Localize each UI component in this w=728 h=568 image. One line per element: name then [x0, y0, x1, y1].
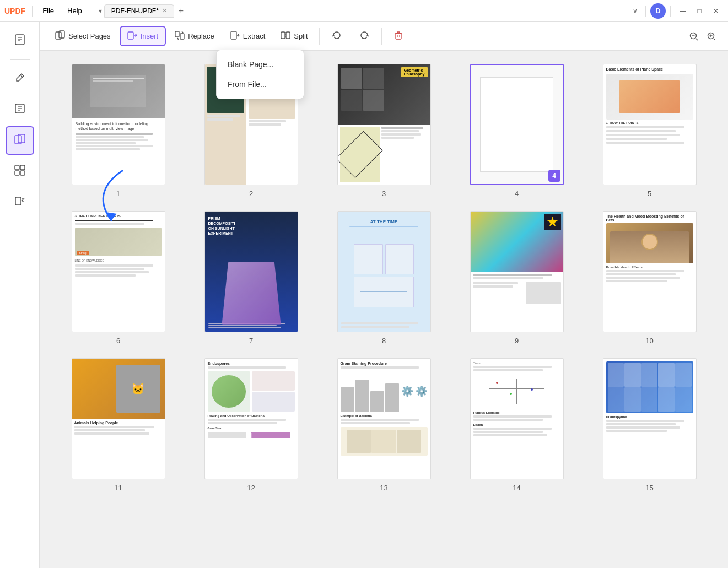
window-controls: — □ ✕	[675, 3, 724, 19]
page-item-5: Basic Elements of Plane Space 1. HOW THE…	[589, 64, 710, 198]
svg-rect-31	[396, 33, 401, 39]
page-thumb-12[interactable]: Endospores Rowing and Observation of B	[204, 358, 298, 479]
svg-rect-28	[281, 32, 285, 39]
rotate-left-icon	[331, 29, 343, 43]
rotate-right-icon	[358, 29, 370, 43]
page-item-10: The Health and Mood-Boosting Benefits of…	[589, 211, 710, 345]
menu-help[interactable]: Help	[62, 4, 88, 17]
page-thumb-13[interactable]: Gram Staining Procedure ⚙️ ⚙️	[337, 358, 431, 479]
svg-rect-18	[128, 32, 133, 39]
app-body: Select Pages Insert Replace Extract	[0, 22, 728, 568]
svg-line-40	[714, 39, 715, 40]
insert-icon	[127, 30, 137, 42]
sidebar-item-annotate[interactable]	[6, 95, 34, 124]
sidebar-item-pages[interactable]	[6, 126, 34, 155]
from-file-option[interactable]: From File...	[217, 74, 304, 94]
tab-close-button[interactable]: ✕	[162, 7, 167, 14]
svg-rect-13	[15, 171, 19, 175]
close-button[interactable]: ✕	[708, 3, 724, 19]
svg-rect-11	[15, 165, 19, 170]
page-number-13: 13	[380, 484, 387, 492]
sidebar	[0, 22, 40, 568]
tab-title: PDF-EN-UPDF*	[111, 7, 159, 15]
page-number-7: 7	[249, 337, 253, 345]
page-number-3: 3	[382, 190, 386, 198]
convert-icon	[14, 195, 26, 210]
sidebar-item-convert[interactable]	[6, 188, 34, 217]
title-divider3	[670, 6, 671, 17]
page-thumb-7[interactable]: PRISMDECOMPOSITION SUNLIGHTEXPERIMENT	[204, 211, 298, 332]
tab-chevron[interactable]: ▾	[96, 6, 104, 16]
insert-button[interactable]: Insert	[120, 26, 166, 46]
replace-button[interactable]: Replace	[168, 27, 221, 45]
page-item-12: Endospores Rowing and Observation of B	[190, 358, 312, 492]
tabs-overflow-button[interactable]: ∨	[629, 6, 641, 16]
split-button[interactable]: Split	[274, 27, 314, 45]
page-thumb-14[interactable]: Yeast...	[470, 358, 564, 479]
user-avatar[interactable]: D	[650, 3, 666, 19]
sidebar-item-organize[interactable]	[6, 157, 34, 186]
page-number-9: 9	[515, 337, 519, 345]
svg-rect-29	[286, 32, 290, 39]
split-icon	[281, 30, 290, 42]
page-number-12: 12	[247, 484, 255, 492]
reader-icon	[14, 34, 26, 48]
new-tab-button[interactable]: +	[174, 4, 188, 18]
page-number-6: 6	[116, 337, 120, 345]
replace-icon	[175, 30, 185, 42]
select-pages-button[interactable]: Select Pages	[48, 27, 117, 45]
maximize-button[interactable]: □	[692, 3, 707, 19]
delete-button[interactable]	[386, 26, 411, 46]
minimize-button[interactable]: —	[675, 3, 691, 19]
select-pages-label: Select Pages	[68, 32, 111, 40]
page-thumb-1[interactable]: Building environment information modelin…	[72, 64, 165, 185]
sidebar-item-edit[interactable]	[6, 64, 34, 93]
toolbar: Select Pages Insert Replace Extract	[40, 22, 728, 51]
page-thumb-15[interactable]: Disulfapyrine	[603, 358, 697, 479]
svg-rect-0	[15, 35, 24, 45]
page-thumb-8[interactable]: AT THE TIME	[337, 211, 431, 332]
tab-area: ▾ PDF-EN-UPDF* ✕ +	[96, 4, 625, 18]
page-number-2: 2	[249, 190, 253, 198]
rotate-right-button[interactable]	[352, 26, 377, 46]
svg-rect-12	[20, 165, 25, 170]
svg-rect-22	[175, 31, 179, 37]
page-thumb-10[interactable]: The Health and Mood-Boosting Benefits of…	[603, 211, 697, 332]
main-content: Select Pages Insert Replace Extract	[40, 22, 728, 568]
page-number-4: 4	[515, 190, 519, 198]
page-thumb-5[interactable]: Basic Elements of Plane Space 1. HOW THE…	[603, 64, 697, 185]
page-thumb-3[interactable]: GeometricPhilosophy	[337, 64, 431, 185]
page-thumb-11[interactable]: 🐱 Animals Helping People	[72, 358, 165, 479]
sidebar-item-reader[interactable]	[6, 26, 34, 55]
page-item-11: 🐱 Animals Helping People 11	[57, 358, 179, 492]
titlebar-menu: File Help	[37, 4, 88, 17]
page-thumb-9[interactable]	[470, 211, 564, 332]
page-thumb-4[interactable]: 4	[470, 64, 564, 185]
app-logo: UPDF	[4, 7, 25, 15]
edit-icon	[14, 72, 26, 86]
zoom-out-button[interactable]	[686, 29, 702, 44]
blank-page-option[interactable]: Blank Page...	[217, 55, 304, 74]
sidebar-divider1	[10, 59, 30, 60]
delete-icon	[393, 30, 404, 42]
rotate-left-button[interactable]	[324, 26, 349, 46]
split-label: Split	[294, 32, 308, 40]
replace-label: Replace	[188, 32, 214, 40]
page-item-1: Building environment information modelin…	[57, 64, 179, 198]
menu-file[interactable]: File	[37, 4, 60, 17]
extract-icon	[230, 30, 240, 42]
page-number-10: 10	[645, 337, 653, 345]
svg-rect-23	[180, 34, 184, 39]
zoom-in-button[interactable]	[704, 29, 719, 44]
extract-button[interactable]: Extract	[223, 27, 272, 45]
page-item-4: 4 4	[456, 64, 578, 198]
active-tab[interactable]: PDF-EN-UPDF* ✕	[104, 4, 174, 18]
page-number-5: 5	[648, 190, 651, 198]
pages-icon	[14, 133, 26, 148]
page-item-9: 9	[456, 211, 578, 345]
insert-label: Insert	[141, 32, 159, 40]
page-number-1: 1	[116, 190, 120, 198]
page-number-14: 14	[513, 484, 520, 492]
page-thumb-6[interactable]: 3. THE COMPONENT POINTS String LINE OF K…	[72, 211, 165, 332]
page-item-13: Gram Staining Procedure ⚙️ ⚙️	[323, 358, 445, 492]
